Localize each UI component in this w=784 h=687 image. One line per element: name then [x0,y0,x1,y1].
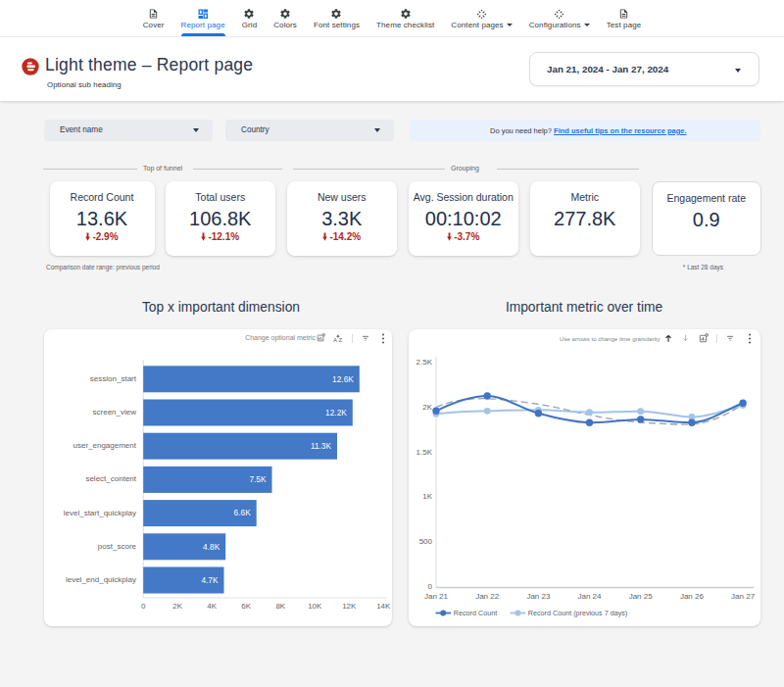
svg-text:4.7K: 4.7K [201,575,219,585]
svg-text:12.2K: 12.2K [325,408,347,417]
svg-text:Jan 26: Jan 26 [680,592,705,601]
svg-text:2K: 2K [172,602,182,611]
svg-text:2.5K: 2.5K [416,358,433,367]
svg-text:Jan 22: Jan 22 [475,592,500,601]
svg-text:6K: 6K [241,602,251,611]
svg-text:6.6K: 6.6K [233,508,251,517]
svg-text:14K: 14K [376,602,391,611]
svg-text:screen_view: screen_view [92,408,136,417]
svg-text:post_score: post_score [97,542,136,551]
svg-text:11.3K: 11.3K [311,441,332,451]
svg-text:Jan 23: Jan 23 [526,592,551,601]
svg-text:session_start: session_start [89,374,136,383]
svg-text:level_start_quickplay: level_start_quickplay [63,509,135,517]
svg-text:7.5K: 7.5K [249,474,267,484]
svg-text:1K: 1K [422,492,432,501]
svg-text:Record Count: Record Count [454,609,497,617]
svg-text:4.8K: 4.8K [203,542,220,552]
svg-text:1.5K: 1.5K [416,448,433,457]
svg-text:0: 0 [428,582,433,591]
svg-text:Record Count (previous 7 days): Record Count (previous 7 days) [528,609,627,617]
svg-text:500: 500 [419,537,433,546]
svg-text:Jan 24: Jan 24 [577,592,602,601]
svg-text:Jan 21: Jan 21 [424,592,449,601]
svg-text:user_engagement: user_engagement [73,441,136,450]
svg-text:10K: 10K [308,602,322,611]
svg-text:4K: 4K [207,602,217,611]
svg-text:level_end_quickplay: level_end_quickplay [66,575,136,584]
svg-text:12K: 12K [342,602,357,611]
svg-text:2K: 2K [422,403,432,412]
svg-text:Jan 25: Jan 25 [629,592,654,601]
svg-text:12.6K: 12.6K [332,374,354,384]
svg-text:0: 0 [141,602,146,611]
svg-text:select_content: select_content [85,474,136,483]
svg-text:8K: 8K [275,602,285,611]
svg-text:Jan 27: Jan 27 [731,592,756,601]
